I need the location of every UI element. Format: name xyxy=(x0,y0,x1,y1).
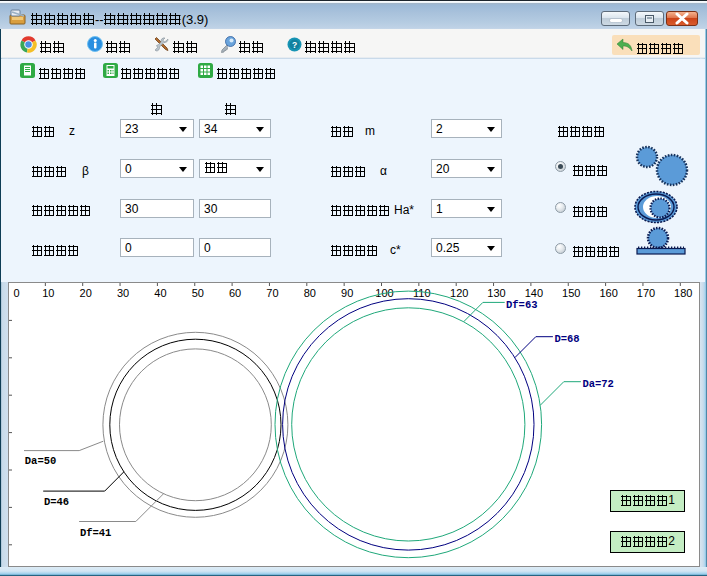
svg-text:?: ? xyxy=(292,40,297,50)
svg-text:D=68: D=68 xyxy=(554,333,579,345)
svg-text:30: 30 xyxy=(117,287,129,299)
svg-text:Da=72: Da=72 xyxy=(582,378,614,390)
svg-text:140: 140 xyxy=(525,287,543,299)
svg-text:50: 50 xyxy=(192,287,204,299)
svg-text:10: 10 xyxy=(42,287,54,299)
svg-text:D=46: D=46 xyxy=(44,496,69,508)
svg-text:0: 0 xyxy=(13,287,19,299)
svg-text:90: 90 xyxy=(341,287,353,299)
svg-text:70: 70 xyxy=(266,287,278,299)
svg-text:80: 80 xyxy=(304,287,316,299)
svg-text:130: 130 xyxy=(487,287,505,299)
svg-text:60: 60 xyxy=(229,287,241,299)
svg-text:180: 180 xyxy=(674,287,692,299)
svg-text:20: 20 xyxy=(80,287,92,299)
svg-text:Df=63: Df=63 xyxy=(506,299,538,311)
svg-text:120: 120 xyxy=(450,287,468,299)
svg-text:Df=41: Df=41 xyxy=(80,527,112,539)
svg-text:40: 40 xyxy=(154,287,166,299)
svg-text:Da=50: Da=50 xyxy=(25,455,57,467)
svg-text:160: 160 xyxy=(599,287,617,299)
svg-text:150: 150 xyxy=(562,287,580,299)
svg-text:170: 170 xyxy=(637,287,655,299)
